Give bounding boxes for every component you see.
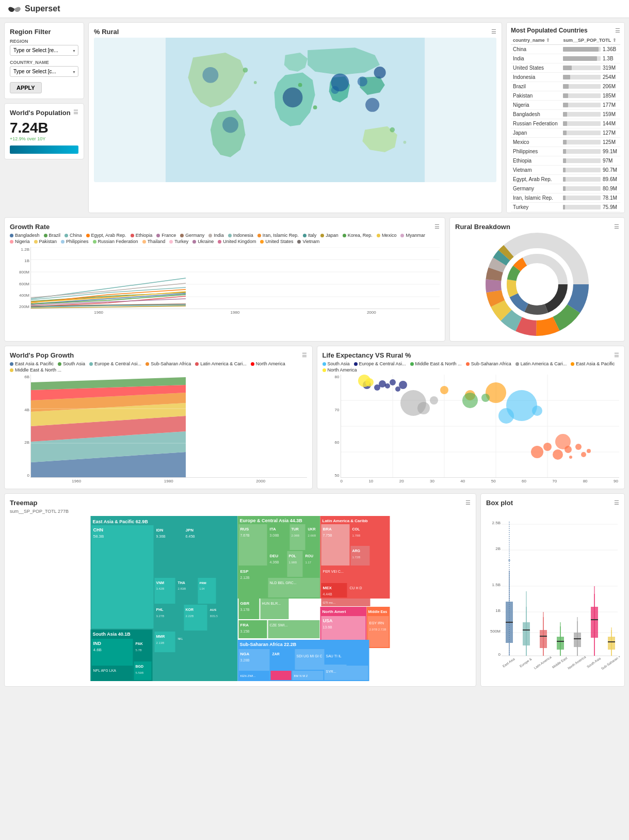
wpg-x-axis: 196019802000	[30, 479, 307, 483]
svg-text:Sub-Saharan +: Sub-Saharan +	[601, 654, 620, 670]
svg-text:South Asia 40.1B: South Asia 40.1B	[93, 632, 131, 637]
svg-point-241	[508, 559, 510, 561]
svg-point-77	[569, 456, 572, 459]
svg-text:CHN: CHN	[93, 527, 104, 532]
svg-rect-91	[155, 525, 183, 577]
world-pop-growth-filter-icon[interactable]: ☰	[302, 352, 307, 359]
life-expectancy-filter-icon[interactable]: ☰	[614, 352, 619, 359]
svg-point-14	[404, 141, 407, 144]
country-select[interactable]: Type or Select [c...	[10, 66, 78, 77]
svg-text:KOR: KOR	[186, 608, 194, 611]
svg-point-59	[379, 380, 386, 387]
rural-breakdown-filter-icon[interactable]: ☰	[614, 223, 619, 230]
svg-text:1.17: 1.17	[305, 561, 312, 564]
svg-text:Europe & Central Asia 44.3B: Europe & Central Asia 44.3B	[240, 518, 303, 523]
population-cell: 127M	[561, 128, 620, 138]
svg-text:MMR: MMR	[156, 635, 165, 638]
svg-rect-182	[321, 567, 370, 582]
svg-point-12	[313, 105, 317, 109]
table-panel: Most Populated Countries ☰ country_name …	[506, 22, 625, 213]
world-pop-title: World's Population	[10, 109, 71, 118]
svg-point-73	[555, 434, 571, 449]
life-expectancy-panel: Life Expectancy VS Rural % ☰ South AsiaE…	[317, 346, 625, 489]
country-cell: Congo, Dem. Rep.	[511, 212, 561, 214]
apply-button[interactable]: APPLY	[10, 82, 42, 93]
svg-rect-263	[591, 607, 598, 638]
col-country[interactable]: country_name ⬆	[511, 36, 561, 45]
svg-text:RUS: RUS	[240, 527, 250, 531]
population-cell: 89.6M	[561, 175, 620, 184]
life-expectancy-title: Life Expectancy VS Rural %	[322, 351, 411, 359]
region-select[interactable]: Type or Select [re...	[10, 45, 78, 56]
world-pop-filter-icon[interactable]: ☰	[73, 109, 78, 116]
svg-rect-253	[557, 637, 564, 650]
legend-item: Bangladesh	[10, 233, 40, 238]
country-cell: Egypt, Arab Rep.	[511, 175, 561, 184]
svg-point-67	[498, 408, 514, 424]
legend-item: Vietnam	[297, 239, 319, 244]
legend-item: Ukraine	[192, 239, 214, 244]
population-cell: 74.9M	[561, 212, 620, 214]
svg-point-10	[243, 68, 248, 73]
svg-text:ROU: ROU	[305, 554, 314, 558]
country-label: COUNTRY_NAME	[10, 60, 78, 65]
table-row: Mexico 125M	[511, 138, 620, 147]
growth-rate-chart	[30, 247, 440, 309]
svg-point-9	[298, 83, 302, 87]
svg-text:4.44B: 4.44B	[323, 592, 333, 596]
legend-item: Indonesia	[228, 233, 253, 238]
col-population[interactable]: sum__SP_POP_TOTL ⬆	[561, 36, 620, 45]
legend-item: United Kingdom	[218, 239, 256, 244]
legend-item: Europe & Central Asi...	[89, 361, 141, 366]
app-title: Superset	[25, 4, 60, 13]
row-scatter: World's Pop Growth ☰ East Asia & Pacific…	[4, 346, 625, 489]
svg-text:2.66B: 2.66B	[308, 534, 316, 537]
boxplot-filter-icon[interactable]: ☰	[614, 499, 619, 506]
legend-item: North America	[251, 361, 285, 366]
growth-rate-y-axis: 1.2B1B800M600M400M200M	[10, 247, 29, 309]
world-pop-growth-chart	[30, 375, 307, 478]
svg-text:JPN: JPN	[186, 528, 194, 532]
growth-rate-legend: BangladeshBrazilChinaEgypt, Arab Rep.Eth…	[10, 233, 440, 244]
country-cell: Mexico	[511, 138, 561, 147]
table-row: Philippines 99.1M	[511, 147, 620, 156]
svg-text:1.04: 1.04	[200, 587, 205, 590]
map-filter-icon[interactable]: ☰	[491, 28, 496, 35]
svg-text:PRM: PRM	[200, 581, 206, 585]
population-cell: 254M	[561, 73, 620, 82]
svg-text:KEN  ZWI...: KEN ZWI...	[240, 674, 256, 677]
svg-text:North America: North America	[567, 655, 587, 670]
region-label: REGION	[10, 39, 78, 44]
svg-text:SAU  TI  IL: SAU TI IL	[326, 654, 342, 658]
legend-item: Egypt, Arab Rep.	[86, 233, 126, 238]
growth-rate-title: Growth Rate	[10, 223, 50, 231]
treemap-filter-icon[interactable]: ☰	[465, 499, 471, 506]
svg-text:COL: COL	[352, 527, 361, 531]
svg-text:9.36B: 9.36B	[156, 535, 166, 538]
svg-text:SDI  UG  MI  GI  C: SDI UG MI GI C	[297, 654, 322, 658]
svg-point-7	[202, 67, 218, 83]
country-cell: Turkey	[511, 203, 561, 212]
svg-text:South Asia: South Asia	[586, 656, 602, 669]
population-cell: 99.1M	[561, 147, 620, 156]
population-cell: 206M	[561, 82, 620, 91]
svg-rect-248	[540, 630, 547, 648]
table-row: Brazil 206M	[511, 82, 620, 91]
svg-rect-88	[92, 525, 154, 628]
svg-text:4.6B: 4.6B	[93, 648, 102, 652]
svg-point-84	[462, 393, 478, 408]
svg-text:NKL: NKL	[178, 637, 183, 640]
svg-text:UKR: UKR	[308, 527, 316, 531]
svg-text:North Ameri: North Ameri	[322, 609, 346, 614]
svg-point-40	[522, 269, 553, 300]
table-row: Egypt, Arab Rep. 89.6M	[511, 175, 620, 184]
svg-point-82	[417, 402, 430, 414]
svg-text:ESP: ESP	[240, 569, 249, 574]
svg-text:1B: 1B	[495, 608, 501, 613]
legend-item: Italy	[303, 233, 317, 238]
svg-text:1.78B: 1.78B	[352, 534, 361, 537]
svg-text:PER  VEI  C...: PER VEI C...	[323, 570, 344, 573]
svg-text:3031.5: 3031.5	[210, 615, 218, 618]
table-filter-icon[interactable]: ☰	[615, 27, 620, 34]
growth-rate-filter-icon[interactable]: ☰	[434, 223, 440, 230]
